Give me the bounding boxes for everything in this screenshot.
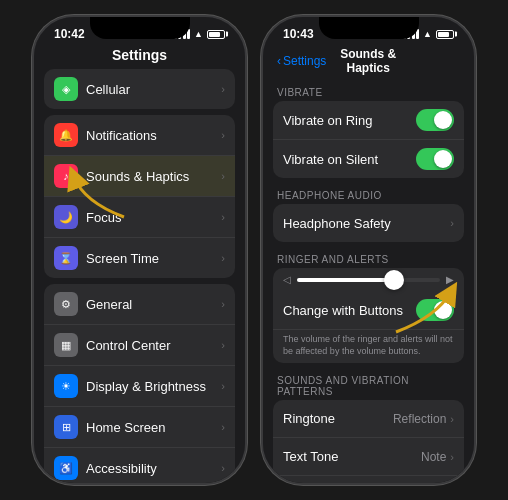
general-icon: ⚙ bbox=[54, 292, 78, 316]
list-item-accessibility[interactable]: ♿ Accessibility › bbox=[44, 448, 235, 483]
section-patterns: Ringtone Reflection › Text Tone Note › N… bbox=[273, 400, 464, 483]
notifications-label: Notifications bbox=[86, 128, 221, 143]
time-2: 10:43 bbox=[283, 27, 314, 41]
phones-container: 10:42 ▲ Settings bbox=[32, 15, 476, 485]
battery-icon-2 bbox=[436, 30, 454, 39]
chevron-icon: › bbox=[450, 217, 454, 229]
phone-sounds: 10:43 ▲ ‹ Se bbox=[261, 15, 476, 485]
ringtone-value: Reflection bbox=[393, 412, 446, 426]
arrow-to-sounds bbox=[54, 162, 134, 222]
section-patterns-header: SOUNDS AND VIBRATION PATTERNS bbox=[263, 369, 474, 400]
wifi-icon-2: ▲ bbox=[423, 29, 432, 39]
phone-settings: 10:42 ▲ Settings bbox=[32, 15, 247, 485]
arrow-to-toggle bbox=[376, 277, 466, 337]
section-vibrate-header: VIBRATE bbox=[263, 81, 474, 101]
list-item-voicemail[interactable]: New Voicemail Tri-tone › bbox=[273, 476, 464, 483]
list-item-vibrate-ring[interactable]: Vibrate on Ring bbox=[273, 101, 464, 140]
chevron-icon: › bbox=[221, 339, 225, 351]
texttone-label: Text Tone bbox=[283, 449, 421, 464]
notifications-icon: 🔔 bbox=[54, 123, 78, 147]
homescreen-icon: ⊞ bbox=[54, 415, 78, 439]
back-label: Settings bbox=[283, 54, 326, 68]
cellular-icon: ◈ bbox=[54, 77, 78, 101]
section-vibrate: Vibrate on Ring Vibrate on Silent bbox=[273, 101, 464, 178]
chevron-icon: › bbox=[450, 451, 454, 463]
page-title-2: Sounds & Haptics bbox=[326, 47, 410, 75]
ringtone-label: Ringtone bbox=[283, 411, 393, 426]
section-headphone-header: HEADPHONE AUDIO bbox=[263, 184, 474, 204]
controlcenter-label: Control Center bbox=[86, 338, 221, 353]
general-label: General bbox=[86, 297, 221, 312]
chevron-icon: › bbox=[221, 252, 225, 264]
vibrate-silent-toggle[interactable] bbox=[416, 148, 454, 170]
vibrate-silent-label: Vibrate on Silent bbox=[283, 152, 416, 167]
texttone-value: Note bbox=[421, 450, 446, 464]
headphone-safety-label: Headphone Safety bbox=[283, 216, 450, 231]
accessibility-label: Accessibility bbox=[86, 461, 221, 476]
list-item[interactable]: ◈ Cellular › bbox=[44, 69, 235, 109]
page-title-1: Settings bbox=[48, 47, 231, 63]
back-chevron-icon: ‹ bbox=[277, 54, 281, 68]
chevron-icon: › bbox=[221, 211, 225, 223]
back-button[interactable]: ‹ Settings bbox=[277, 54, 326, 68]
display-label: Display & Brightness bbox=[86, 379, 221, 394]
display-icon: ☀ bbox=[54, 374, 78, 398]
list-item-notifications[interactable]: 🔔 Notifications › bbox=[44, 115, 235, 156]
settings-scroll[interactable]: ◈ Cellular › 🔔 Notifications › bbox=[34, 69, 245, 483]
list-item-screentime[interactable]: ⌛ Screen Time › bbox=[44, 238, 235, 278]
list-item-headphone-safety[interactable]: Headphone Safety › bbox=[273, 204, 464, 242]
section-cellular: ◈ Cellular › bbox=[44, 69, 235, 109]
notch-1 bbox=[90, 17, 190, 39]
vibrate-ring-toggle[interactable] bbox=[416, 109, 454, 131]
section-headphone: Headphone Safety › bbox=[273, 204, 464, 242]
accessibility-icon: ♿ bbox=[54, 456, 78, 480]
list-item-controlcenter[interactable]: ▦ Control Center › bbox=[44, 325, 235, 366]
wifi-icon: ▲ bbox=[194, 29, 203, 39]
homescreen-label: Home Screen bbox=[86, 420, 221, 435]
cellular-label: Cellular bbox=[86, 82, 221, 97]
chevron-icon: › bbox=[221, 298, 225, 310]
chevron-icon: › bbox=[221, 83, 225, 95]
screentime-icon: ⌛ bbox=[54, 246, 78, 270]
chevron-icon: › bbox=[450, 413, 454, 425]
chevron-icon: › bbox=[221, 380, 225, 392]
chevron-icon: › bbox=[221, 462, 225, 474]
volume-low-icon: ◁ bbox=[283, 274, 291, 285]
nav-bar-2: ‹ Settings Sounds & Haptics bbox=[263, 45, 474, 81]
section-ringer-header: RINGER AND ALERTS bbox=[263, 248, 474, 268]
chevron-icon: › bbox=[221, 421, 225, 433]
list-item-display[interactable]: ☀ Display & Brightness › bbox=[44, 366, 235, 407]
controlcenter-icon: ▦ bbox=[54, 333, 78, 357]
chevron-icon: › bbox=[221, 129, 225, 141]
list-item-ringtone[interactable]: Ringtone Reflection › bbox=[273, 400, 464, 438]
list-item-vibrate-silent[interactable]: Vibrate on Silent bbox=[273, 140, 464, 178]
nav-bar-1: Settings bbox=[34, 45, 245, 69]
list-item-texttone[interactable]: Text Tone Note › bbox=[273, 438, 464, 476]
battery-icon bbox=[207, 30, 225, 39]
notch-2 bbox=[319, 17, 419, 39]
screentime-label: Screen Time bbox=[86, 251, 221, 266]
list-item-homescreen[interactable]: ⊞ Home Screen › bbox=[44, 407, 235, 448]
list-item-general[interactable]: ⚙ General › bbox=[44, 284, 235, 325]
vibrate-ring-label: Vibrate on Ring bbox=[283, 113, 416, 128]
time-1: 10:42 bbox=[54, 27, 85, 41]
section-general: ⚙ General › ▦ Control Center › bbox=[44, 284, 235, 483]
chevron-icon: › bbox=[221, 170, 225, 182]
